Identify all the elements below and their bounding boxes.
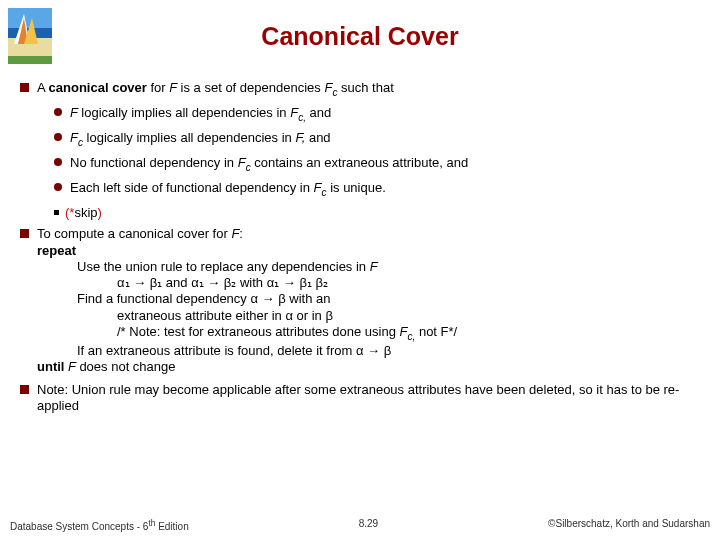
t: If an extraneous attribute is found, del… [77,343,391,358]
circle-bullet-icon [54,133,62,141]
square-bullet-icon [20,83,29,92]
small-square-icon [54,210,59,215]
t: c, [298,112,306,123]
square-bullet-icon [20,229,29,238]
footer-right: ©Silberschatz, Korth and Sudarshan [548,518,710,532]
t: F [290,105,298,120]
sub-1: F logically implies all dependencies in … [54,105,700,124]
footer-left: Database System Concepts - 6th Edition [10,518,189,532]
t: : [239,226,243,241]
t: F [169,80,180,95]
t: F [370,259,378,274]
sub-4: Each left side of functional dependency … [54,180,700,199]
bullet-1-text: A canonical cover for F is a set of depe… [37,80,700,99]
t: Each left side of functional dependency … [70,180,314,195]
t: F [70,130,78,145]
square-bullet-icon [20,385,29,394]
circle-bullet-icon [54,108,62,116]
t: and [306,105,331,120]
t: is a set of dependencies [181,80,325,95]
t: F [70,105,81,120]
t: No functional dependency in [70,155,238,170]
sub-2-text: Fc logically implies all dependencies in… [70,130,700,149]
t: /* Note: test for extraneous attributes … [117,324,400,339]
t: α₁ → β₁ and α₁ → β₂ with α₁ → β₁ β₂ [117,275,328,290]
bullet-3-text: Note: Union rule may become applicable a… [37,382,700,415]
t: F [64,359,79,374]
sub-2: Fc logically implies all dependencies in… [54,130,700,149]
t: repeat [37,243,76,258]
t: Find a functional dependency α → β with … [77,291,330,306]
t: logically implies all dependencies in [81,105,290,120]
sub-1-text: F logically implies all dependencies in … [70,105,700,124]
t: F [314,180,322,195]
circle-bullet-icon [54,183,62,191]
t: skip [74,205,97,220]
slide-title: Canonical Cover [0,0,720,51]
slide-content: A canonical cover for F is a set of depe… [20,80,700,420]
t: Use the union rule to replace any depend… [77,259,370,274]
slide-footer: Database System Concepts - 6th Edition 8… [10,518,710,532]
t: until [37,359,64,374]
t: logically implies all dependencies in [83,130,295,145]
bullet-2: To compute a canonical cover for F: repe… [20,226,700,375]
t: not F*/ [415,324,457,339]
t: canonical cover [49,80,151,95]
t: and [309,130,331,145]
footer-center: 8.29 [359,518,378,532]
sub-3: No functional dependency in Fc contains … [54,155,700,174]
t: Edition [155,521,188,532]
t: does not change [79,359,175,374]
t: such that [337,80,393,95]
skip-note: (*skip) [54,205,700,220]
t: is unique. [327,180,386,195]
bullet-3: Note: Union rule may become applicable a… [20,382,700,415]
circle-bullet-icon [54,158,62,166]
t: ) [98,205,102,220]
slide-logo [8,8,52,64]
t: extraneous attribute either in α or in β [117,308,333,323]
t: F, [295,130,309,145]
sub-3-text: No functional dependency in Fc contains … [70,155,700,174]
bullet-1: A canonical cover for F is a set of depe… [20,80,700,99]
svg-rect-3 [8,56,52,64]
t: F [238,155,246,170]
t: for [150,80,169,95]
t: (* [65,205,74,220]
t: To compute a canonical cover for [37,226,231,241]
bullet-2-text: To compute a canonical cover for F: repe… [37,226,700,375]
t: Database System Concepts - 6 [10,521,148,532]
sub-4-text: Each left side of functional dependency … [70,180,700,199]
t: A [37,80,49,95]
t: F [400,324,408,339]
t: contains an extraneous attribute, and [251,155,469,170]
